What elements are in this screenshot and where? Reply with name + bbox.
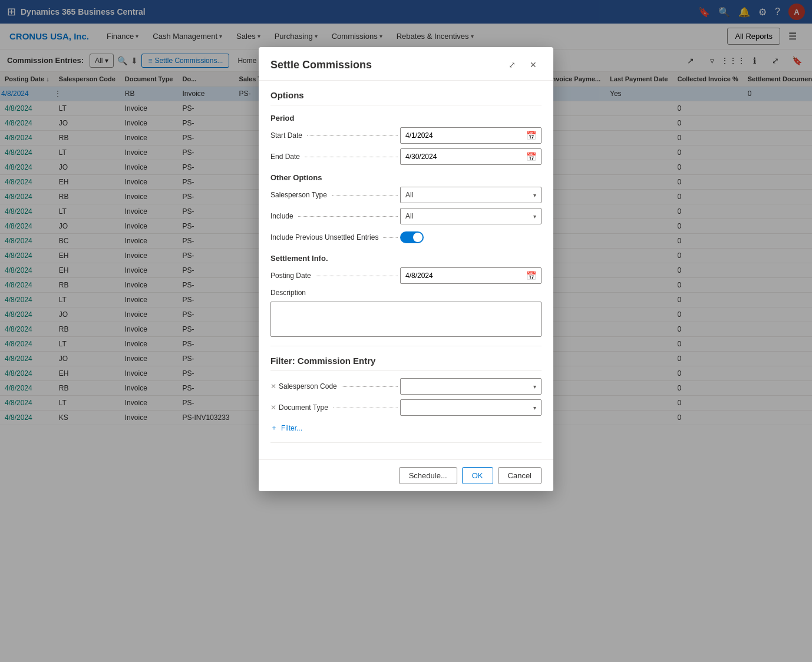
calendar-icon[interactable]: 📅 <box>526 131 536 140</box>
expand-modal-icon[interactable]: ⤢ <box>504 57 520 73</box>
modal-header-icons: ⤢ ✕ <box>504 57 542 73</box>
modal-overlay: Settle Commissions ⤢ ✕ Options Period St… <box>0 0 812 662</box>
salesperson-type-select[interactable]: All ▾ <box>400 187 542 203</box>
end-date-label: End Date <box>270 153 400 161</box>
modal-title: Settle Commissions <box>270 59 504 71</box>
period-label: Period <box>270 114 542 123</box>
include-previous-label: Include Previous Unsettled Entries <box>270 233 400 241</box>
chevron-down-icon: ▾ <box>533 213 536 220</box>
remove-document-type-filter[interactable]: ✕ <box>270 403 276 412</box>
posting-date-label: Posting Date <box>270 272 400 280</box>
start-date-field[interactable] <box>405 131 524 140</box>
description-textarea[interactable] <box>270 302 542 337</box>
chevron-down-icon: ▾ <box>533 383 536 390</box>
chevron-down-icon: ▾ <box>533 192 536 198</box>
filter-section: Filter: Commission Entry ✕ Salesperson C… <box>270 356 542 435</box>
posting-date-field[interactable] <box>405 272 524 280</box>
description-section: Description <box>270 289 542 339</box>
include-previous-row: Include Previous Unsettled Entries <box>270 229 542 246</box>
salesperson-code-filter-label: ✕ Salesperson Code <box>270 382 400 390</box>
include-label: Include <box>270 212 400 220</box>
chevron-down-icon: ▾ <box>533 405 536 411</box>
bottom-divider <box>270 442 542 443</box>
close-modal-icon[interactable]: ✕ <box>525 57 542 73</box>
cancel-button[interactable]: Cancel <box>498 467 542 484</box>
salesperson-code-filter-row: ✕ Salesperson Code ▾ <box>270 378 542 395</box>
plus-icon: ＋ <box>270 423 278 433</box>
end-date-row: End Date 📅 <box>270 148 542 165</box>
posting-date-row: Posting Date 📅 <box>270 267 542 284</box>
salesperson-code-filter-select[interactable]: ▾ <box>400 378 542 395</box>
other-options-label: Other Options <box>270 173 542 182</box>
start-date-label: Start Date <box>270 131 400 140</box>
end-date-field[interactable] <box>405 153 524 161</box>
document-type-filter-select[interactable]: ▾ <box>400 399 542 416</box>
posting-date-input[interactable]: 📅 <box>400 267 542 284</box>
modal-header: Settle Commissions ⤢ ✕ <box>259 47 553 81</box>
ok-button[interactable]: OK <box>462 467 493 484</box>
include-previous-toggle[interactable] <box>400 231 424 243</box>
schedule-button[interactable]: Schedule... <box>399 467 457 484</box>
start-date-input[interactable]: 📅 <box>400 127 542 144</box>
settle-commissions-modal: Settle Commissions ⤢ ✕ Options Period St… <box>259 47 553 491</box>
start-date-row: Start Date 📅 <box>270 127 542 144</box>
settlement-info-label: Settlement Info. <box>270 254 542 263</box>
include-select[interactable]: All ▾ <box>400 208 542 224</box>
modal-footer: Schedule... OK Cancel <box>259 459 553 491</box>
modal-body: Options Period Start Date 📅 End Date <box>259 81 553 459</box>
include-row: Include All ▾ <box>270 208 542 224</box>
add-filter-button[interactable]: ＋ Filter... <box>270 421 542 435</box>
filter-section-title: Filter: Commission Entry <box>270 356 542 371</box>
calendar-icon[interactable]: 📅 <box>526 271 536 280</box>
divider <box>270 346 542 346</box>
calendar-icon[interactable]: 📅 <box>526 152 536 161</box>
salesperson-type-label: Salesperson Type <box>270 191 400 199</box>
toggle-switch[interactable] <box>400 231 424 243</box>
remove-salesperson-filter[interactable]: ✕ <box>270 382 276 390</box>
salesperson-type-row: Salesperson Type All ▾ <box>270 187 542 203</box>
options-heading: Options <box>270 90 542 105</box>
document-type-filter-label: ✕ Document Type <box>270 403 400 412</box>
end-date-input[interactable]: 📅 <box>400 148 542 165</box>
toggle-knob <box>413 233 422 242</box>
description-label: Description <box>270 289 542 297</box>
document-type-filter-row: ✕ Document Type ▾ <box>270 399 542 416</box>
